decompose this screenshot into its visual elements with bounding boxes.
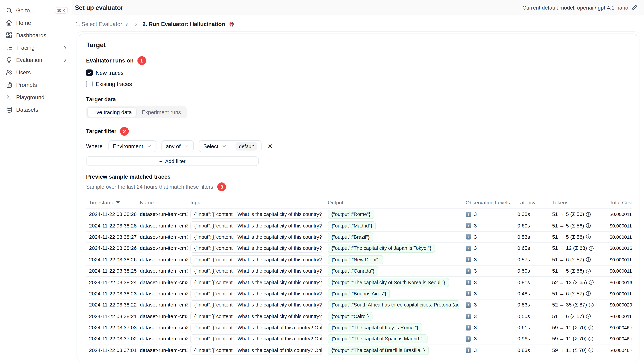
col-total-cost[interactable]: Total Cost — [607, 200, 632, 205]
level-info-badge: i — [466, 302, 471, 308]
sidebar-item-tracing[interactable]: Tracing — [0, 41, 72, 54]
add-filter-button[interactable]: + Add filter — [86, 156, 258, 166]
filter-column-select[interactable]: Environment — [108, 140, 156, 152]
col-timestamp[interactable]: Timestamp — [86, 200, 137, 205]
output-chip[interactable]: {"output":"The capital of Italy is Rome.… — [328, 323, 422, 332]
target-filter-label: Target filter 2 — [86, 127, 637, 136]
sidebar-item-label: Evaluation — [16, 57, 59, 63]
table-row[interactable]: 2024-11-22 03:38:28 dataset-run-item-cm3… — [86, 220, 632, 232]
remove-filter-button[interactable]: ✕ — [268, 143, 273, 149]
existing-traces-option[interactable]: Existing traces — [86, 81, 637, 87]
cell-observation-levels: i 3 — [463, 314, 514, 319]
existing-traces-checkbox[interactable] — [86, 81, 93, 87]
info-circle-icon — [586, 223, 591, 229]
cell-latency: 0.83s — [514, 347, 549, 353]
input-chip[interactable]: {"input":[{"content":"What is the capita… — [190, 255, 322, 264]
output-chip[interactable]: {"output":"Buenos Aires"} — [328, 289, 390, 298]
sidebar-item-playground[interactable]: Playground — [0, 91, 72, 103]
output-chip[interactable]: {"output":"The capital of Brazil is Bras… — [328, 346, 429, 355]
cell-tokens: 51 → 5 (Σ 56) — [549, 268, 607, 274]
output-chip[interactable]: {"output":"The capital city of South Kor… — [328, 278, 449, 287]
input-chip[interactable]: {"input":[{"content":"What is the capita… — [190, 346, 322, 355]
chevron-right-icon — [62, 45, 68, 50]
input-chip[interactable]: {"input":[{"content":"What is the capita… — [190, 221, 322, 230]
output-chip[interactable]: {"output":"New Delhi"} — [328, 255, 384, 264]
output-chip[interactable]: {"output":"Canada"} — [328, 267, 378, 276]
cell-tokens: 59 → 11 (Σ 70) — [549, 325, 607, 331]
breadcrumb-step-1[interactable]: 1. Select Evaluator ✓ — [75, 21, 130, 27]
input-chip[interactable]: {"input":[{"content":"What is the capita… — [190, 289, 322, 298]
cell-observation-levels: i 3 — [463, 257, 514, 263]
tab-live-tracing-data[interactable]: Live tracing data — [88, 108, 137, 117]
input-chip[interactable]: {"input":[{"content":"What is the capita… — [190, 244, 322, 253]
input-chip[interactable]: {"input":[{"content":"What is the capita… — [190, 232, 322, 241]
table-row[interactable]: 2024-11-22 03:37:03 dataset-run-item-cm3… — [86, 322, 632, 334]
table-body: 2024-11-22 03:38:28 dataset-run-item-cm3… — [86, 209, 632, 356]
table-row[interactable]: 2024-11-22 03:38:23 dataset-run-item-cm3… — [86, 288, 632, 300]
sidebar-item-prompts[interactable]: Prompts — [0, 79, 72, 91]
col-output[interactable]: Output — [325, 200, 463, 205]
cell-timestamp: 2024-11-22 03:38:24 — [86, 279, 137, 285]
cell-output: {"output":"New Delhi"} — [325, 255, 463, 264]
output-chip[interactable]: {"output":"The capital of Spain is Madri… — [328, 335, 428, 344]
output-chip[interactable]: {"output":"The capital city of Japan is … — [328, 244, 435, 253]
info-circle-icon — [631, 348, 632, 353]
input-chip[interactable]: {"input":[{"content":"What is the capita… — [190, 267, 322, 276]
output-chip[interactable]: {"output":"South Africa has three capita… — [328, 300, 460, 309]
output-chip[interactable]: {"output":"Brazil"} — [328, 232, 373, 241]
cell-tokens: 51 → 5 (Σ 56) — [549, 211, 607, 217]
output-chip[interactable]: {"output":"Cairo"} — [328, 312, 372, 321]
sidebar-item-evaluation[interactable]: Evaluation — [0, 54, 72, 66]
cell-observation-levels: i 3 — [463, 291, 514, 297]
sidebar-item-label: Playground — [16, 94, 68, 100]
col-latency[interactable]: Latency — [514, 200, 549, 205]
cell-timestamp: 2024-11-22 03:38:21 — [86, 314, 137, 319]
cell-latency: 0.65s — [514, 245, 549, 251]
preview-title: Preview sample matched traces — [86, 174, 637, 180]
filter-value-select[interactable]: Select default — [199, 140, 262, 152]
info-circle-icon — [631, 325, 632, 330]
new-traces-checkbox[interactable] — [86, 69, 93, 76]
input-chip[interactable]: {"input":[{"content":"What is the capita… — [190, 300, 322, 309]
table-row[interactable]: 2024-11-22 03:37:02 dataset-run-item-cm3… — [86, 334, 632, 345]
sidebar-item-label: Home — [16, 19, 68, 26]
cell-total-cost: $0.00046 — [607, 348, 632, 353]
col-name[interactable]: Name — [137, 200, 188, 205]
sidebar-item-label: Datasets — [16, 107, 68, 113]
check-icon — [87, 70, 92, 75]
new-traces-option[interactable]: New traces — [86, 69, 637, 76]
tab-experiment-runs[interactable]: Experiment runs — [137, 108, 186, 117]
col-observation-levels[interactable]: Observation Levels — [463, 200, 514, 205]
output-chip[interactable]: {"output":"Madrid"} — [328, 221, 376, 230]
table-row[interactable]: 2024-11-22 03:38:27 dataset-run-item-cm3… — [86, 232, 632, 243]
sidebar-item-users[interactable]: Users — [0, 66, 72, 79]
output-chip[interactable]: {"output":"Rome"} — [328, 210, 374, 219]
cell-output: {"output":"The capital of Brazil is Bras… — [325, 346, 463, 355]
chevron-down-icon — [146, 144, 152, 149]
input-chip[interactable]: {"input":[{"content":"What is the capita… — [190, 323, 322, 332]
col-tokens[interactable]: Tokens — [549, 200, 607, 205]
sidebar-item-home[interactable]: Home — [0, 16, 72, 29]
table-row[interactable]: 2024-11-22 03:38:26 dataset-run-item-cm3… — [86, 243, 632, 254]
cell-total-cost: $0.000029 — [607, 303, 632, 308]
table-row[interactable]: 2024-11-22 03:37:01 dataset-run-item-cm3… — [86, 345, 632, 356]
input-chip[interactable]: {"input":[{"content":"What is the capita… — [190, 335, 322, 344]
input-chip[interactable]: {"input":[{"content":"What is the capita… — [190, 278, 322, 287]
table-row[interactable]: 2024-11-22 03:38:24 dataset-run-item-cm3… — [86, 277, 632, 288]
cell-name: dataset-run-item-cm3s4 — [137, 302, 188, 308]
filter-operator-select[interactable]: any of — [161, 140, 194, 152]
col-input[interactable]: Input — [188, 200, 325, 205]
table-row[interactable]: 2024-11-22 03:38:28 dataset-run-item-cm3… — [86, 209, 632, 220]
input-chip[interactable]: {"input":[{"content":"What is the capita… — [190, 210, 322, 219]
sidebar-item-dashboards[interactable]: Dashboards — [0, 29, 72, 41]
sidebar-search[interactable]: Go to... ⌘ K — [0, 4, 72, 16]
input-chip[interactable]: {"input":[{"content":"What is the capita… — [190, 312, 322, 321]
table-row[interactable]: 2024-11-22 03:38:25 dataset-run-item-cm3… — [86, 266, 632, 277]
edit-pencil-icon[interactable] — [632, 4, 637, 10]
cell-tokens: 52 → 13 (Σ 65) — [549, 279, 607, 285]
cell-output: {"output":"Canada"} — [325, 267, 463, 276]
table-row[interactable]: 2024-11-22 03:38:26 dataset-run-item-cm3… — [86, 254, 632, 266]
table-row[interactable]: 2024-11-22 03:38:21 dataset-run-item-cm3… — [86, 311, 632, 322]
sidebar-item-datasets[interactable]: Datasets — [0, 103, 72, 116]
table-row[interactable]: 2024-11-22 03:38:22 dataset-run-item-cm3… — [86, 300, 632, 311]
